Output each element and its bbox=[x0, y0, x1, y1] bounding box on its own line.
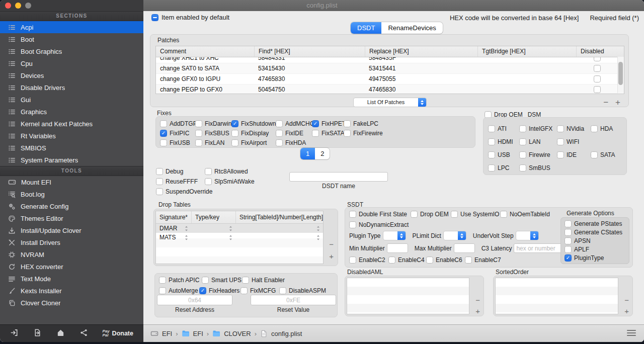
table-row[interactable]: change XHC1 to XHC584843315848435F bbox=[156, 57, 618, 63]
checkbox-aplf[interactable]: APLF bbox=[565, 246, 629, 253]
footer-export-icon[interactable] bbox=[33, 328, 42, 339]
checkbox-sata[interactable]: SATA bbox=[591, 151, 626, 158]
tab-renamedevices[interactable]: RenameDevices bbox=[381, 22, 442, 34]
drop-table-row[interactable]: DMAR bbox=[156, 224, 323, 233]
checkbox-nvidia[interactable]: NVidia bbox=[557, 125, 591, 132]
dropdown-plugin-type[interactable] bbox=[383, 231, 406, 240]
checkbox-fixdisplay[interactable]: FixDisplay bbox=[231, 130, 276, 137]
checkbox-fixheaders[interactable]: FixHeaders bbox=[199, 287, 240, 294]
stepper-icon[interactable] bbox=[316, 226, 320, 231]
breadcrumb-clover[interactable]: CLOVER bbox=[224, 330, 251, 337]
checkbox-generate-cstates[interactable]: Generate CStates bbox=[565, 229, 629, 236]
fixes-page-1[interactable]: 1 bbox=[300, 148, 315, 159]
checkbox-fixlan[interactable]: FixLAN bbox=[195, 139, 231, 146]
checkbox-usb[interactable]: USB bbox=[488, 151, 519, 158]
column-header-find-hex[interactable]: Find* [HEX] bbox=[254, 46, 365, 57]
patches-scrollbar[interactable] bbox=[617, 57, 624, 93]
stepper-icon[interactable] bbox=[185, 235, 188, 240]
checkbox-double-first-state[interactable]: Double First State bbox=[349, 211, 411, 218]
close-button[interactable] bbox=[5, 3, 11, 9]
reset-value-input[interactable] bbox=[251, 295, 336, 305]
checkbox-fixsbus[interactable]: FixSBUS bbox=[195, 130, 231, 137]
checkbox-fakelpc[interactable]: FakeLPC bbox=[344, 120, 475, 127]
checkbox-intelgfx[interactable]: IntelGFX bbox=[519, 125, 557, 132]
checkbox-smart-ups[interactable]: Smart UPS bbox=[202, 277, 242, 284]
sidebar-tool-generate-config[interactable]: Generate Config bbox=[0, 200, 143, 212]
sidebar-tool-nvram[interactable]: NVRAM bbox=[0, 248, 143, 261]
disabled-aml-list[interactable] bbox=[347, 278, 469, 314]
sorted-order-list[interactable] bbox=[495, 278, 618, 314]
checkbox-fixhda[interactable]: FixHDA bbox=[276, 139, 312, 146]
sidebar-tool-install-update-clover[interactable]: Install/Update Clover bbox=[0, 224, 143, 236]
checkbox-adddtgp[interactable]: AddDTGP bbox=[160, 120, 195, 127]
add-aml-button[interactable]: + bbox=[475, 307, 480, 315]
checkbox-enablec7[interactable]: EnableC7 bbox=[465, 256, 501, 264]
disabled-checkbox[interactable] bbox=[594, 57, 601, 61]
sidebar-item-boot-graphics[interactable]: Boot Graphics bbox=[0, 45, 143, 57]
checkbox-ati[interactable]: ATI bbox=[488, 125, 519, 132]
sidebar-tool-boot-log[interactable]: Boot.log bbox=[0, 188, 143, 200]
drop-table-row[interactable]: MATS bbox=[156, 233, 323, 242]
checkbox-nodynamicextract[interactable]: NoDynamicExtract bbox=[349, 221, 409, 228]
disabled-checkbox[interactable] bbox=[594, 65, 601, 72]
checkbox-drop-oem[interactable]: Drop OEM bbox=[411, 211, 451, 218]
disabled-checkbox[interactable] bbox=[594, 86, 601, 93]
checkbox-enablec2[interactable]: EnableC2 bbox=[349, 256, 388, 264]
dropdown-undervolt-step[interactable] bbox=[516, 231, 539, 240]
sidebar-item-kernel-and-kext-patches[interactable]: Kernel and Kext Patches bbox=[0, 118, 143, 130]
dsdt-name-input[interactable] bbox=[289, 172, 388, 182]
checkbox-hdmi[interactable]: HDMI bbox=[488, 138, 519, 145]
checkbox-wifi[interactable]: WIFI bbox=[557, 138, 591, 145]
input-min-multiplier[interactable] bbox=[387, 243, 408, 253]
footer-import-icon[interactable] bbox=[10, 328, 19, 339]
breadcrumb-efi[interactable]: EFI bbox=[193, 330, 203, 337]
column-header-disabled[interactable]: Disabled bbox=[576, 46, 618, 57]
patches-body-viewport[interactable]: change XHC1 to XHC584843315848435Fchange… bbox=[156, 57, 618, 94]
add-patch-button[interactable]: + bbox=[615, 98, 620, 107]
donate-button[interactable]: Pay Pal Donate bbox=[102, 329, 133, 338]
checkbox-halt-enabler[interactable]: Halt Enabler bbox=[242, 277, 285, 284]
hamburger-menu-icon[interactable] bbox=[627, 330, 636, 336]
sidebar-tool-install-drivers[interactable]: Install Drivers bbox=[0, 236, 143, 248]
checkbox-nooemtableid[interactable]: NoOemTableId bbox=[500, 211, 550, 218]
checkbox-automerge[interactable]: AutoMerge bbox=[159, 287, 199, 294]
add-table-button[interactable]: + bbox=[329, 252, 334, 260]
sidebar-tool-hex-converter[interactable]: HEX converter bbox=[0, 261, 143, 273]
table-row[interactable]: change PEGP to GFX05045475047465830 bbox=[156, 84, 618, 94]
reset-address-input[interactable] bbox=[157, 295, 232, 305]
checkbox-smbus[interactable]: SmBUS bbox=[519, 164, 557, 171]
checkbox-fixmcfg[interactable]: FixMCFG bbox=[240, 287, 279, 294]
checkbox-firewire[interactable]: Firewire bbox=[519, 151, 557, 158]
sidebar-item-smbios[interactable]: SMBIOS bbox=[0, 142, 143, 154]
list-of-patches-dropdown[interactable]: List Of Patches bbox=[353, 98, 427, 107]
checkbox-rtc8allowed[interactable]: Rtc8Allowed bbox=[205, 168, 255, 175]
checkbox-enablec6[interactable]: EnableC6 bbox=[426, 256, 465, 264]
breadcrumb-efi[interactable]: EFI bbox=[162, 330, 172, 337]
sidebar-item-acpi[interactable]: Acpi bbox=[0, 21, 143, 33]
table-row[interactable]: change SAT0 to SATA5341543053415441 bbox=[156, 63, 618, 74]
item-enabled-checkbox[interactable]: Item enabled by default bbox=[151, 14, 229, 21]
breadcrumb-config-plist[interactable]: config.plist bbox=[271, 330, 302, 337]
checkbox-fixsata[interactable]: FixSATA bbox=[312, 130, 344, 137]
column-header-signature[interactable]: Signature* bbox=[156, 211, 191, 223]
checkbox-hda[interactable]: HDA bbox=[591, 125, 626, 132]
sidebar-item-cpu[interactable]: Cpu bbox=[0, 57, 143, 69]
sidebar-item-rt-variables[interactable]: Rt Variables bbox=[0, 130, 143, 142]
remove-sorted-button[interactable]: − bbox=[624, 296, 629, 304]
stepper-icon[interactable] bbox=[229, 235, 232, 240]
checkbox-fixshutdown[interactable]: FixShutdown bbox=[231, 120, 276, 127]
sidebar-item-devices[interactable]: Devices bbox=[0, 69, 143, 81]
dropdown-plimit-dict[interactable] bbox=[443, 231, 466, 240]
stepper-icon[interactable] bbox=[316, 235, 320, 240]
column-header-tgtbridge-hex[interactable]: TgtBridge [HEX] bbox=[477, 46, 576, 57]
checkbox-generate-pstates[interactable]: Generate PStates bbox=[565, 220, 629, 227]
checkbox-disableaspm[interactable]: DisableASPM bbox=[279, 287, 326, 294]
checkbox-slpsmiatwake[interactable]: SlpSmiAtWake bbox=[205, 178, 255, 185]
checkbox-apsn[interactable]: APSN bbox=[565, 237, 629, 244]
sidebar-item-disable-drivers[interactable]: Disable Drivers bbox=[0, 81, 143, 94]
checkbox-lpc[interactable]: LPC bbox=[488, 164, 519, 171]
checkbox-fixusb[interactable]: FixUSB bbox=[160, 139, 195, 146]
tab-dsdt[interactable]: DSDT bbox=[351, 22, 381, 34]
checkbox-fixipic[interactable]: FixIPIC bbox=[160, 130, 195, 137]
add-sorted-button[interactable]: + bbox=[624, 307, 629, 315]
